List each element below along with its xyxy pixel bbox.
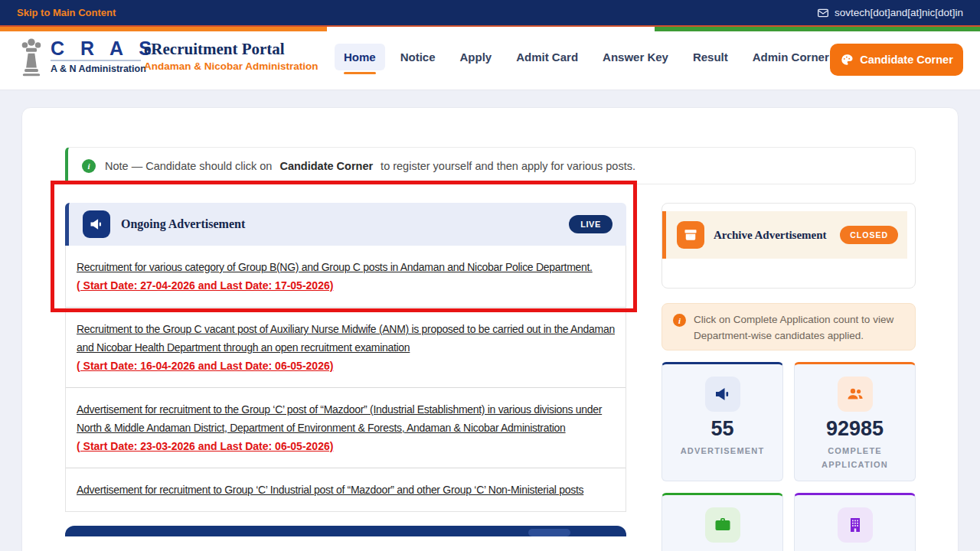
portal-subtitle: Andaman & Nicobar Administration [144, 60, 318, 72]
advertisement-item: Advertisement for recruitment to the Gro… [66, 388, 626, 468]
stat-card-cutoff-left[interactable]: 106 [662, 493, 783, 551]
candidate-corner-button[interactable]: Candidate Corner [830, 44, 963, 76]
megaphone-icon [705, 377, 740, 412]
info-icon: i [673, 314, 686, 327]
portal-title-block: eRecruitment Portal Andaman & Nicobar Ad… [144, 40, 318, 72]
contact-email-text: sovtech[dot]and[at]nic[dot]in [835, 7, 963, 18]
advertisement-dates: ( Start Date: 27-04-2026 and Last Date: … [77, 276, 615, 295]
archive-panel-header: Archive Advertisement CLOSED [662, 211, 907, 259]
candidate-corner-label: Candidate Corner [860, 54, 953, 66]
ongoing-advertisement-panel: Ongoing Advertisement LIVE Recruitment f… [65, 203, 626, 536]
note-banner: i Note — Candidate should click onCandid… [65, 147, 916, 184]
contact-email-link[interactable]: sovtech[dot]and[at]nic[dot]in [817, 7, 963, 19]
advertisement-dates: ( Start Date: 23-03-2026 and Last Date: … [77, 437, 615, 455]
complete-application-count: 92985 [795, 417, 915, 440]
info-icon: i [82, 159, 96, 173]
note-highlight: Candidate Corner [279, 160, 373, 172]
archive-advertisement-panel: Archive Advertisement CLOSED [662, 203, 916, 289]
nav-item-apply[interactable]: Apply [451, 44, 501, 70]
nav-item-answer-key[interactable]: Answer Key [593, 44, 678, 70]
next-panel-badge-cutoff [528, 529, 570, 536]
nav-item-result[interactable]: Result [684, 44, 737, 70]
nav-item-admin-corner[interactable]: Admin Corner [743, 44, 838, 70]
advertisement-item: Recruitment for various category of Grou… [66, 246, 626, 308]
stripe-orange [0, 27, 327, 31]
advertisement-dates: ( Start Date: 16-04-2026 and Last Date: … [77, 357, 615, 375]
stat-count-cutoff: 31 [795, 548, 915, 551]
top-utility-bar: Skip to Main Content sovtech[dot]and[at]… [0, 0, 980, 25]
advertisement-item: Recruitment to the Group C vacant post o… [66, 308, 626, 388]
complete-application-count-label: COMPLETE APPLICATION [807, 444, 903, 471]
briefcase-icon [705, 507, 740, 543]
brand-org-name: A & N Administration [51, 64, 157, 74]
building-icon [838, 507, 873, 543]
brand-block: C R A S A & N Administration [51, 38, 157, 74]
live-badge: LIVE [569, 215, 612, 233]
palette-icon [840, 53, 854, 67]
skip-to-main-content-link[interactable]: Skip to Main Content [17, 7, 116, 18]
advertisement-item: Advertisement for recruitment to Group ‘… [66, 468, 626, 511]
portal-title: eRecruitment Portal [144, 40, 318, 58]
main-navigation: Home Notice Apply Admit Card Answer Key … [335, 44, 838, 70]
ongoing-panel-title: Ongoing Advertisement [121, 217, 558, 231]
sidebar-info-note: i Click on Complete Application count to… [662, 303, 916, 350]
stat-count-cutoff: 106 [662, 548, 782, 551]
nav-item-admit-card[interactable]: Admit Card [507, 44, 587, 70]
advertisement-link[interactable]: Advertisement for recruitment to Group ‘… [77, 481, 615, 499]
archive-box-icon [677, 221, 704, 249]
stat-card-advertisement[interactable]: 55 ADVERTISEMENT [662, 362, 783, 481]
people-icon [838, 377, 873, 412]
advertisement-link[interactable]: Advertisement for recruitment to the Gro… [77, 400, 615, 437]
advertisement-link[interactable]: Recruitment for various category of Grou… [77, 258, 615, 276]
advertisement-count-label: ADVERTISEMENT [675, 444, 771, 458]
stripe-green [655, 27, 980, 31]
advertisement-count: 55 [662, 417, 782, 440]
brand-divider [51, 60, 141, 61]
stat-card-cutoff-right[interactable]: 31 [794, 493, 916, 551]
advertisement-list: Recruitment for various category of Grou… [65, 246, 626, 512]
sidebar-info-text: Click on Complete Application count to v… [694, 311, 906, 350]
archive-panel-title: Archive Advertisement [714, 229, 831, 242]
nav-item-notice[interactable]: Notice [391, 44, 445, 70]
megaphone-icon [83, 210, 110, 238]
national-emblem-logo [17, 37, 46, 80]
advertisement-link[interactable]: Recruitment to the Group C vacant post o… [77, 320, 615, 357]
next-panel-header-cutoff [65, 526, 626, 536]
ongoing-panel-header: Ongoing Advertisement LIVE [65, 203, 626, 246]
closed-badge: CLOSED [840, 226, 898, 244]
nav-item-home[interactable]: Home [335, 44, 385, 70]
brand-acronym: C R A S [51, 38, 157, 58]
stat-card-complete-application[interactable]: 92985 COMPLETE APPLICATION [794, 362, 916, 481]
note-text: Note — Candidate should click onCandidat… [105, 160, 635, 172]
envelope-icon [817, 7, 829, 19]
